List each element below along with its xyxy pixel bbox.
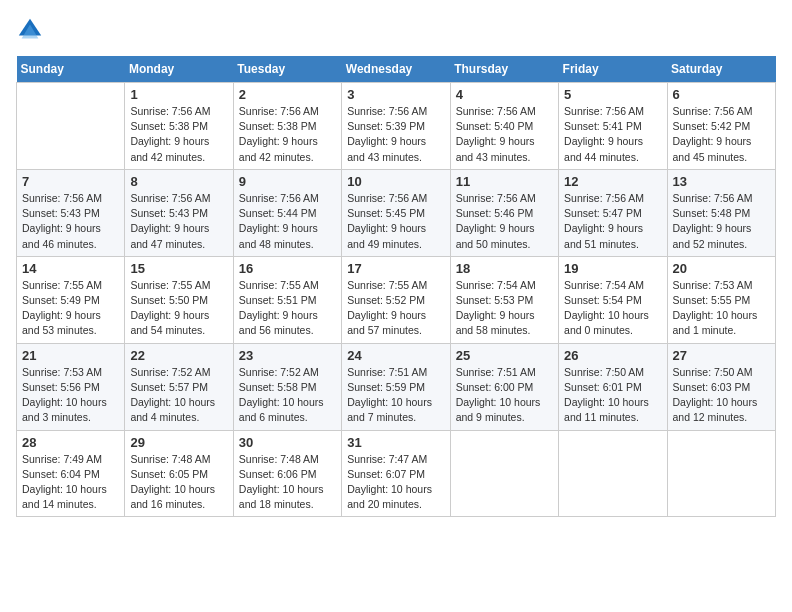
calendar-cell: 25Sunrise: 7:51 AM Sunset: 6:00 PM Dayli… [450,343,558,430]
calendar-cell: 3Sunrise: 7:56 AM Sunset: 5:39 PM Daylig… [342,83,450,170]
day-number: 18 [456,261,553,276]
day-number: 2 [239,87,336,102]
calendar-cell: 16Sunrise: 7:55 AM Sunset: 5:51 PM Dayli… [233,256,341,343]
day-number: 1 [130,87,227,102]
calendar-cell: 20Sunrise: 7:53 AM Sunset: 5:55 PM Dayli… [667,256,775,343]
day-info: Sunrise: 7:56 AM Sunset: 5:39 PM Dayligh… [347,104,444,165]
weekday-header-wednesday: Wednesday [342,56,450,83]
day-info: Sunrise: 7:53 AM Sunset: 5:55 PM Dayligh… [673,278,770,339]
weekday-header-thursday: Thursday [450,56,558,83]
calendar-cell [667,430,775,517]
day-info: Sunrise: 7:56 AM Sunset: 5:48 PM Dayligh… [673,191,770,252]
calendar-cell: 17Sunrise: 7:55 AM Sunset: 5:52 PM Dayli… [342,256,450,343]
day-info: Sunrise: 7:52 AM Sunset: 5:57 PM Dayligh… [130,365,227,426]
calendar-cell: 7Sunrise: 7:56 AM Sunset: 5:43 PM Daylig… [17,169,125,256]
day-info: Sunrise: 7:53 AM Sunset: 5:56 PM Dayligh… [22,365,119,426]
day-info: Sunrise: 7:56 AM Sunset: 5:38 PM Dayligh… [239,104,336,165]
day-info: Sunrise: 7:55 AM Sunset: 5:50 PM Dayligh… [130,278,227,339]
day-info: Sunrise: 7:56 AM Sunset: 5:38 PM Dayligh… [130,104,227,165]
day-info: Sunrise: 7:55 AM Sunset: 5:51 PM Dayligh… [239,278,336,339]
calendar-cell: 13Sunrise: 7:56 AM Sunset: 5:48 PM Dayli… [667,169,775,256]
day-info: Sunrise: 7:51 AM Sunset: 5:59 PM Dayligh… [347,365,444,426]
calendar-cell: 10Sunrise: 7:56 AM Sunset: 5:45 PM Dayli… [342,169,450,256]
calendar-cell: 6Sunrise: 7:56 AM Sunset: 5:42 PM Daylig… [667,83,775,170]
day-number: 17 [347,261,444,276]
day-number: 23 [239,348,336,363]
day-info: Sunrise: 7:56 AM Sunset: 5:47 PM Dayligh… [564,191,661,252]
calendar-header-row: SundayMondayTuesdayWednesdayThursdayFrid… [17,56,776,83]
day-number: 24 [347,348,444,363]
day-info: Sunrise: 7:55 AM Sunset: 5:49 PM Dayligh… [22,278,119,339]
day-number: 7 [22,174,119,189]
day-number: 8 [130,174,227,189]
calendar-cell: 15Sunrise: 7:55 AM Sunset: 5:50 PM Dayli… [125,256,233,343]
day-info: Sunrise: 7:47 AM Sunset: 6:07 PM Dayligh… [347,452,444,513]
day-info: Sunrise: 7:54 AM Sunset: 5:53 PM Dayligh… [456,278,553,339]
calendar-cell: 27Sunrise: 7:50 AM Sunset: 6:03 PM Dayli… [667,343,775,430]
calendar-cell: 24Sunrise: 7:51 AM Sunset: 5:59 PM Dayli… [342,343,450,430]
day-number: 29 [130,435,227,450]
day-number: 10 [347,174,444,189]
calendar-cell: 4Sunrise: 7:56 AM Sunset: 5:40 PM Daylig… [450,83,558,170]
day-number: 30 [239,435,336,450]
day-info: Sunrise: 7:56 AM Sunset: 5:46 PM Dayligh… [456,191,553,252]
day-number: 28 [22,435,119,450]
calendar-cell: 9Sunrise: 7:56 AM Sunset: 5:44 PM Daylig… [233,169,341,256]
day-info: Sunrise: 7:48 AM Sunset: 6:06 PM Dayligh… [239,452,336,513]
calendar-week-row: 21Sunrise: 7:53 AM Sunset: 5:56 PM Dayli… [17,343,776,430]
day-number: 11 [456,174,553,189]
weekday-header-tuesday: Tuesday [233,56,341,83]
calendar-cell: 1Sunrise: 7:56 AM Sunset: 5:38 PM Daylig… [125,83,233,170]
day-info: Sunrise: 7:52 AM Sunset: 5:58 PM Dayligh… [239,365,336,426]
day-number: 20 [673,261,770,276]
weekday-header-saturday: Saturday [667,56,775,83]
calendar-cell [450,430,558,517]
day-number: 12 [564,174,661,189]
calendar-week-row: 14Sunrise: 7:55 AM Sunset: 5:49 PM Dayli… [17,256,776,343]
day-number: 13 [673,174,770,189]
calendar-cell: 19Sunrise: 7:54 AM Sunset: 5:54 PM Dayli… [559,256,667,343]
day-info: Sunrise: 7:55 AM Sunset: 5:52 PM Dayligh… [347,278,444,339]
calendar-cell: 5Sunrise: 7:56 AM Sunset: 5:41 PM Daylig… [559,83,667,170]
calendar-cell: 26Sunrise: 7:50 AM Sunset: 6:01 PM Dayli… [559,343,667,430]
day-number: 27 [673,348,770,363]
calendar-cell: 14Sunrise: 7:55 AM Sunset: 5:49 PM Dayli… [17,256,125,343]
day-number: 26 [564,348,661,363]
day-info: Sunrise: 7:56 AM Sunset: 5:41 PM Dayligh… [564,104,661,165]
weekday-header-monday: Monday [125,56,233,83]
day-number: 5 [564,87,661,102]
day-info: Sunrise: 7:56 AM Sunset: 5:43 PM Dayligh… [130,191,227,252]
day-number: 31 [347,435,444,450]
day-number: 3 [347,87,444,102]
calendar-cell: 12Sunrise: 7:56 AM Sunset: 5:47 PM Dayli… [559,169,667,256]
calendar-week-row: 7Sunrise: 7:56 AM Sunset: 5:43 PM Daylig… [17,169,776,256]
day-info: Sunrise: 7:56 AM Sunset: 5:42 PM Dayligh… [673,104,770,165]
weekday-header-friday: Friday [559,56,667,83]
logo-icon [16,16,44,44]
day-info: Sunrise: 7:51 AM Sunset: 6:00 PM Dayligh… [456,365,553,426]
day-number: 16 [239,261,336,276]
calendar-cell: 31Sunrise: 7:47 AM Sunset: 6:07 PM Dayli… [342,430,450,517]
calendar-cell: 8Sunrise: 7:56 AM Sunset: 5:43 PM Daylig… [125,169,233,256]
calendar-cell: 28Sunrise: 7:49 AM Sunset: 6:04 PM Dayli… [17,430,125,517]
calendar-cell [559,430,667,517]
calendar-cell: 23Sunrise: 7:52 AM Sunset: 5:58 PM Dayli… [233,343,341,430]
calendar-cell: 29Sunrise: 7:48 AM Sunset: 6:05 PM Dayli… [125,430,233,517]
calendar-cell: 22Sunrise: 7:52 AM Sunset: 5:57 PM Dayli… [125,343,233,430]
day-number: 22 [130,348,227,363]
day-info: Sunrise: 7:50 AM Sunset: 6:01 PM Dayligh… [564,365,661,426]
page-header [16,16,776,44]
calendar-week-row: 28Sunrise: 7:49 AM Sunset: 6:04 PM Dayli… [17,430,776,517]
day-number: 25 [456,348,553,363]
calendar-week-row: 1Sunrise: 7:56 AM Sunset: 5:38 PM Daylig… [17,83,776,170]
day-info: Sunrise: 7:56 AM Sunset: 5:43 PM Dayligh… [22,191,119,252]
day-number: 4 [456,87,553,102]
day-info: Sunrise: 7:54 AM Sunset: 5:54 PM Dayligh… [564,278,661,339]
day-number: 6 [673,87,770,102]
day-info: Sunrise: 7:50 AM Sunset: 6:03 PM Dayligh… [673,365,770,426]
day-number: 14 [22,261,119,276]
day-info: Sunrise: 7:48 AM Sunset: 6:05 PM Dayligh… [130,452,227,513]
calendar-cell: 2Sunrise: 7:56 AM Sunset: 5:38 PM Daylig… [233,83,341,170]
calendar-cell: 21Sunrise: 7:53 AM Sunset: 5:56 PM Dayli… [17,343,125,430]
day-number: 21 [22,348,119,363]
